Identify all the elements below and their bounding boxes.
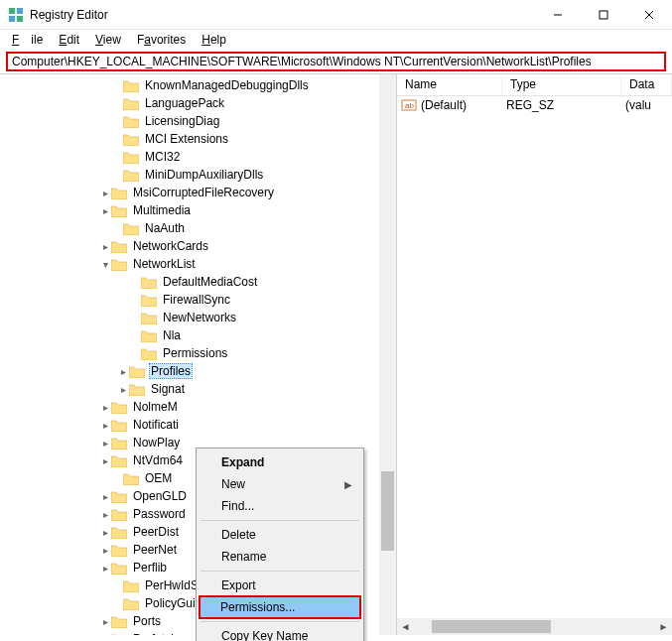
ctx-rename[interactable]: Rename	[200, 546, 360, 568]
tree-item[interactable]: ▾NetworkList	[0, 255, 396, 273]
ctx-export[interactable]: Export	[200, 575, 360, 596]
tree-item[interactable]: ▸DefaultMediaCost	[0, 273, 396, 291]
expand-caret-icon[interactable]: ▸	[99, 188, 111, 198]
tree-item-label: PeerDist	[131, 525, 181, 539]
folder-icon	[111, 633, 127, 636]
expand-caret-icon[interactable]: ▸	[99, 509, 111, 520]
minimize-button[interactable]	[535, 0, 581, 29]
tree-item-label: FirewallSync	[161, 293, 232, 307]
tree-item-label: Perflib	[131, 561, 169, 575]
ctx-delete[interactable]: Delete	[200, 524, 360, 546]
value-type: REG_SZ	[506, 98, 625, 112]
menu-file[interactable]: File	[6, 32, 49, 48]
column-data[interactable]: Data	[621, 74, 672, 95]
scroll-right-arrow[interactable]: ►	[655, 621, 672, 632]
window-title: Registry Editor	[30, 8, 535, 22]
tree-item[interactable]: ▸LicensingDiag	[0, 112, 396, 130]
folder-icon	[111, 187, 127, 199]
tree-item[interactable]: ▸FirewallSync	[0, 291, 396, 309]
expand-caret-icon[interactable]: ▸	[99, 241, 111, 252]
tree-item[interactable]: ▸MCI32	[0, 148, 396, 166]
expand-caret-icon[interactable]: ▸	[99, 616, 111, 627]
tree-item-label: OEM	[143, 471, 174, 485]
tree-item[interactable]: ▸MiniDumpAuxiliaryDlls	[0, 166, 396, 184]
folder-icon	[111, 240, 127, 253]
expand-caret-icon[interactable]: ▸	[99, 491, 111, 502]
folder-icon	[111, 508, 127, 521]
folder-icon	[111, 258, 127, 271]
tree-item[interactable]: ▸LanguagePack	[0, 94, 396, 112]
scrollbar-thumb[interactable]	[381, 471, 394, 551]
menu-edit[interactable]: Edit	[53, 32, 85, 48]
context-menu: Expand New▶ Find... Delete Rename Export…	[196, 448, 364, 641]
ctx-new[interactable]: New▶	[200, 473, 360, 495]
address-bar[interactable]: Computer\HKEY_LOCAL_MACHINE\SOFTWARE\Mic…	[6, 52, 666, 71]
tree-item[interactable]: ▸Notificati	[0, 416, 396, 434]
tree-item[interactable]: ▸Profiles	[0, 362, 396, 380]
expand-caret-icon[interactable]: ▸	[99, 402, 111, 413]
tree-item[interactable]: ▸NaAuth	[0, 219, 396, 237]
tree-item[interactable]: ▸MsiCorruptedFileRecovery	[0, 184, 396, 201]
close-button[interactable]	[626, 0, 672, 29]
menubar: File Edit View Favorites Help	[0, 30, 672, 50]
svg-rect-3	[17, 16, 23, 22]
tree-item[interactable]: ▸MCI Extensions	[0, 130, 396, 148]
tree-item-label: MCI Extensions	[143, 132, 230, 146]
column-type[interactable]: Type	[502, 74, 621, 95]
folder-icon	[111, 401, 127, 414]
folder-icon	[111, 544, 127, 557]
expand-caret-icon[interactable]: ▸	[117, 384, 129, 395]
svg-text:ab: ab	[405, 101, 414, 110]
expand-caret-icon[interactable]: ▸	[99, 455, 111, 466]
folder-icon	[141, 312, 157, 324]
tree-item-label: NaAuth	[143, 221, 187, 235]
folder-icon	[123, 597, 139, 610]
expand-caret-icon[interactable]: ▸	[99, 438, 111, 449]
expand-caret-icon[interactable]: ▸	[117, 366, 129, 377]
tree-item[interactable]: ▸Multimedia	[0, 201, 396, 219]
value-name: (Default)	[421, 98, 506, 112]
scroll-left-arrow[interactable]: ◄	[397, 621, 414, 632]
svg-rect-5	[600, 11, 607, 19]
folder-icon	[111, 490, 127, 503]
expand-caret-icon[interactable]: ▸	[99, 634, 111, 636]
folder-icon	[111, 204, 127, 217]
list-hscrollbar[interactable]: ◄ ►	[397, 618, 672, 635]
folder-icon	[129, 383, 145, 396]
tree-scrollbar[interactable]	[379, 74, 396, 635]
ctx-expand[interactable]: Expand	[200, 451, 360, 473]
string-value-icon: ab	[401, 97, 417, 113]
tree-item-label: NtVdm64	[131, 453, 185, 467]
expand-caret-icon[interactable]: ▸	[99, 563, 111, 574]
expand-caret-icon[interactable]: ▸	[99, 205, 111, 216]
tree-item[interactable]: ▸NolmeM	[0, 398, 396, 416]
ctx-permissions[interactable]: Permissions...	[199, 595, 361, 619]
tree-item[interactable]: ▸NetworkCards	[0, 237, 396, 255]
menu-help[interactable]: Help	[196, 32, 232, 48]
folder-icon	[123, 151, 139, 164]
menu-favorites[interactable]: Favorites	[131, 32, 192, 48]
folder-icon	[111, 615, 127, 628]
list-row[interactable]: ab (Default) REG_SZ (valu	[397, 96, 672, 114]
expand-caret-icon[interactable]: ▸	[99, 545, 111, 556]
tree-item[interactable]: ▸Signat	[0, 380, 396, 398]
ctx-find[interactable]: Find...	[200, 495, 360, 517]
folder-icon	[123, 472, 139, 485]
folder-icon	[141, 347, 157, 360]
expand-caret-icon[interactable]: ▸	[99, 420, 111, 431]
expand-caret-icon[interactable]: ▾	[99, 259, 111, 270]
menu-view[interactable]: View	[89, 32, 127, 48]
tree-item[interactable]: ▸KnownManagedDebuggingDlls	[0, 76, 396, 94]
tree-item[interactable]: ▸NewNetworks	[0, 309, 396, 326]
tree-item[interactable]: ▸Permissions	[0, 344, 396, 362]
folder-icon	[111, 419, 127, 432]
column-name[interactable]: Name	[397, 74, 502, 95]
hscroll-thumb[interactable]	[432, 620, 551, 633]
expand-caret-icon[interactable]: ▸	[99, 527, 111, 538]
tree-item[interactable]: ▸Nla	[0, 326, 396, 344]
tree-item-label: Permissions	[161, 346, 229, 360]
ctx-copy-key-name[interactable]: Copy Key Name	[200, 625, 360, 641]
folder-icon	[141, 294, 157, 307]
folder-icon	[123, 222, 139, 235]
maximize-button[interactable]	[581, 0, 626, 29]
